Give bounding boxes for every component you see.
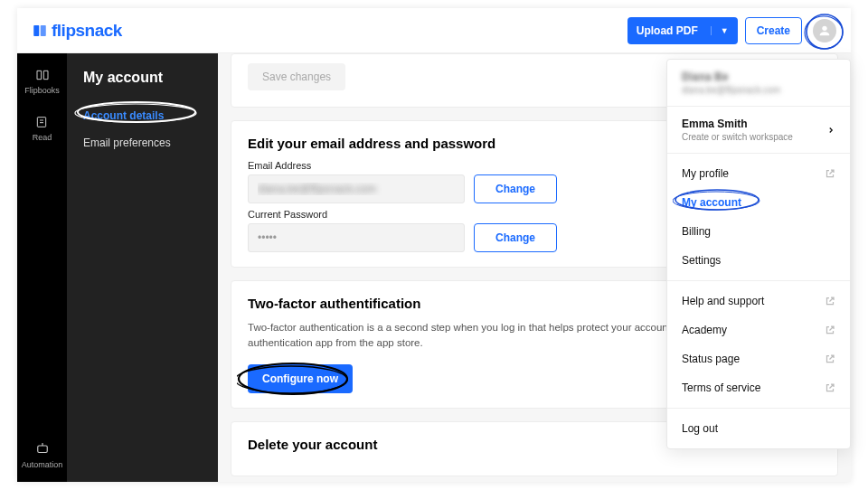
rail-label: Flipbooks (24, 86, 60, 95)
avatar-menu-trigger[interactable] (813, 19, 836, 42)
rail-item-flipbooks[interactable]: Flipbooks (24, 68, 60, 95)
dropdown-item-label: Status page (682, 353, 740, 365)
rail-label: Read (33, 133, 52, 142)
dropdown-item-terms[interactable]: Terms of service (667, 373, 850, 402)
robot-icon (34, 440, 51, 457)
dropdown-item-label: Terms of service (682, 382, 760, 394)
external-link-icon (825, 168, 835, 179)
svg-rect-6 (37, 446, 47, 453)
dropdown-group-account: My profile My account Billing Settings (667, 154, 850, 281)
caret-down-icon[interactable]: ▼ (711, 26, 729, 35)
upload-pdf-button[interactable]: Upload PDF ▼ (627, 17, 738, 44)
read-icon (33, 115, 51, 129)
dropdown-item-status[interactable]: Status page (667, 344, 850, 373)
sidebar-item-account-details[interactable]: Account details (67, 102, 218, 129)
brand-logo[interactable]: flipsnack (32, 21, 122, 41)
change-password-button[interactable]: Change (474, 223, 557, 252)
chevron-right-icon (826, 126, 835, 135)
svg-rect-1 (41, 25, 46, 36)
change-email-button[interactable]: Change (474, 174, 557, 203)
save-changes-button[interactable]: Save changes (248, 63, 345, 90)
dropdown-item-settings[interactable]: Settings (667, 246, 850, 275)
rail-label: Automation (22, 460, 63, 469)
dropdown-user-name: Diana Be (682, 71, 835, 83)
dropdown-item-label: My profile (682, 167, 729, 180)
left-rail: Flipbooks Read Automation (17, 53, 67, 482)
account-dropdown: Diana Be diana.be@flipsnack.com Emma Smi… (666, 59, 851, 449)
dropdown-item-label: Settings (682, 254, 721, 267)
book-open-icon (33, 68, 52, 82)
svg-point-2 (822, 25, 826, 30)
password-field[interactable] (248, 223, 465, 252)
workspace-sub: Create or switch workspace (682, 132, 793, 142)
dropdown-user-email: diana.be@flipsnack.com (682, 85, 835, 95)
workspace-name: Emma Smith (682, 118, 793, 130)
external-link-icon (825, 353, 835, 364)
app-frame: flipsnack Upload PDF ▼ Create Flipbooks … (17, 8, 851, 482)
external-link-icon (825, 296, 835, 306)
dropdown-item-academy[interactable]: Academy (667, 316, 850, 344)
page-title: My account (67, 70, 218, 102)
configure-now-button[interactable]: Configure now (248, 364, 353, 393)
rail-item-automation[interactable]: Automation (22, 440, 63, 469)
svg-rect-0 (33, 25, 39, 36)
email-field[interactable] (248, 174, 465, 203)
dropdown-item-billing[interactable]: Billing (667, 217, 850, 246)
dropdown-item-label: Help and support (682, 295, 764, 307)
brand-name: flipsnack (52, 21, 122, 41)
dropdown-group-logout: Log out (667, 409, 850, 448)
dropdown-item-my-profile[interactable]: My profile (667, 159, 850, 188)
flipsnack-icon (32, 23, 48, 39)
dropdown-item-label: My account (682, 196, 741, 209)
external-link-icon (825, 325, 835, 335)
dropdown-item-my-account[interactable]: My account (667, 188, 850, 217)
svg-rect-5 (38, 118, 46, 127)
dropdown-item-logout[interactable]: Log out (667, 414, 850, 443)
avatar-icon (813, 19, 836, 42)
rail-item-read[interactable]: Read (33, 115, 52, 142)
sidebar: My account Account details Email prefere… (67, 53, 218, 482)
dropdown-item-label: Log out (682, 422, 718, 435)
dropdown-item-help[interactable]: Help and support (667, 287, 850, 316)
create-button[interactable]: Create (745, 17, 802, 44)
dropdown-workspace[interactable]: Emma Smith Create or switch workspace (667, 107, 850, 154)
external-link-icon (825, 382, 835, 393)
topbar: flipsnack Upload PDF ▼ Create (17, 8, 851, 53)
dropdown-group-help: Help and support Academy Status page Ter… (667, 281, 850, 409)
dropdown-item-label: Academy (682, 324, 727, 336)
dropdown-item-label: Billing (682, 225, 711, 238)
upload-pdf-label: Upload PDF (637, 24, 698, 37)
dropdown-header: Diana Be diana.be@flipsnack.com (667, 60, 850, 107)
sidebar-item-email-preferences[interactable]: Email preferences (67, 129, 218, 156)
